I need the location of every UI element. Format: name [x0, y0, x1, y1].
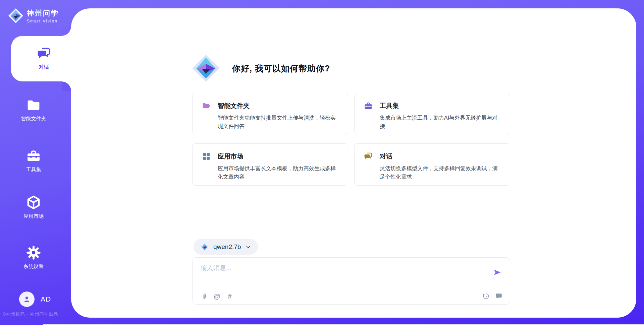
- feedback-button[interactable]: [495, 292, 502, 300]
- user-account[interactable]: AD: [19, 291, 51, 307]
- card-app-market[interactable]: 应用市场 应用市场提供丰富长文本模板，助力高效生成多样化文章内容: [192, 143, 348, 186]
- avatar: [19, 291, 35, 307]
- composer-toolbar: @ #: [201, 288, 502, 304]
- sidebar-footer: ©神州数码 · 神州问学出品: [3, 311, 58, 317]
- card-description: 灵活切换多模型文件，支持多样回复效果调试，满足个性化需求: [380, 164, 500, 181]
- brand-name: 神州问学: [27, 8, 59, 18]
- greeting-title: 你好, 我可以如何帮助你?: [232, 63, 330, 74]
- sidebar-item-label: 智能文件夹: [21, 116, 46, 122]
- chat-bubbles-icon: [37, 47, 51, 61]
- attachment-button[interactable]: [201, 292, 208, 300]
- card-description: 应用市场提供丰富长文本模板，助力高效生成多样化文章内容: [218, 164, 338, 181]
- card-description: 智能文件夹功能支持批量文件上传与清洗，轻松实现文件问答: [218, 114, 338, 130]
- history-button[interactable]: [482, 292, 490, 300]
- brand-logo-icon: [8, 8, 23, 23]
- card-toolset[interactable]: 工具集 集成市场上主流工具，助力AI与外界无缝扩展与对接: [354, 93, 510, 135]
- card-smart-folder[interactable]: 智能文件夹 智能文件夹功能支持批量文件上传与清洗，轻松实现文件问答: [192, 93, 348, 135]
- sidebar-item-label: 应用市场: [23, 213, 44, 219]
- brand-text: 神州问学 Smart Vision: [27, 8, 59, 23]
- model-selector[interactable]: qwen2:7b: [194, 239, 258, 255]
- card-title: 对话: [380, 152, 392, 161]
- history-icon: [482, 292, 490, 300]
- sidebar: 神州问学 Smart Vision 对话: [0, 0, 71, 325]
- card-title: 智能文件夹: [218, 102, 250, 110]
- active-tab-fillet-bottom: [62, 81, 71, 91]
- active-tab-fillet-top: [62, 26, 71, 36]
- assistant-logo-icon: [192, 54, 220, 82]
- brand: 神州问学 Smart Vision: [8, 8, 59, 23]
- screen-bottom-edge: [43, 324, 644, 325]
- sidebar-item-smart-folder[interactable]: 智能文件夹: [0, 98, 67, 122]
- chat-filled-icon: [495, 292, 502, 300]
- hashtag-button[interactable]: #: [226, 292, 233, 300]
- sidebar-item-toolset[interactable]: 工具集: [0, 149, 67, 173]
- app-grid-icon: [202, 152, 211, 161]
- sidebar-item-label: 对话: [39, 64, 49, 70]
- paperclip-icon: [201, 293, 208, 300]
- sidebar-item-settings[interactable]: 系统设置: [0, 245, 67, 270]
- sidebar-item-label: 工具集: [26, 167, 41, 173]
- card-title: 工具集: [380, 102, 399, 110]
- composer: @ #: [192, 257, 510, 305]
- mention-button[interactable]: @: [213, 292, 221, 300]
- feature-cards: 智能文件夹 智能文件夹功能支持批量文件上传与清洗，轻松实现文件问答 工具集 集成…: [192, 93, 510, 186]
- user-initials: AD: [41, 295, 51, 303]
- app-window: 神州问学 Smart Vision 对话: [0, 0, 644, 325]
- toolbox-icon: [364, 102, 373, 110]
- card-title: 应用市场: [218, 152, 243, 161]
- folder-icon: [26, 98, 41, 113]
- model-name: qwen2:7b: [213, 243, 241, 251]
- card-description: 集成市场上主流工具，助力AI与外界无缝扩展与对接: [380, 114, 500, 130]
- greeting: 你好, 我可以如何帮助你?: [192, 54, 330, 82]
- sidebar-item-chat-active[interactable]: 对话: [11, 36, 71, 81]
- card-chat[interactable]: 对话 灵活切换多模型文件，支持多样回复效果调试，满足个性化需求: [354, 143, 510, 186]
- brand-subtitle: Smart Vision: [27, 19, 59, 23]
- cube-icon: [26, 195, 41, 210]
- model-logo-icon: [201, 243, 209, 251]
- sidebar-item-label: 系统设置: [23, 263, 44, 270]
- folder-open-icon: [202, 102, 211, 110]
- toolbox-icon: [26, 149, 41, 164]
- sidebar-item-app-market[interactable]: 应用市场: [0, 195, 67, 219]
- send-button[interactable]: [492, 267, 502, 278]
- gear-icon: [26, 245, 41, 260]
- message-input[interactable]: [201, 264, 489, 284]
- chevron-down-icon: [246, 244, 251, 250]
- chat-bubbles-icon: [364, 152, 373, 161]
